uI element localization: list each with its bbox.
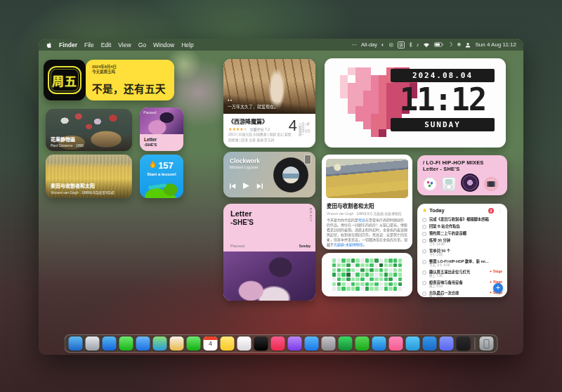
movie-widget[interactable]: ❛❛ 一万年太久了，就爱现在。 《西游降魔篇》 ★★★★★ 豆瓣评分 7.2 2… [223, 59, 315, 148]
dock-notes-icon[interactable] [221, 337, 235, 351]
contribution-cell[interactable] [341, 268, 346, 273]
contribution-cell[interactable] [393, 273, 398, 277]
contribution-cell[interactable] [355, 282, 360, 287]
contribution-cell[interactable] [370, 282, 374, 287]
contribution-cell[interactable] [355, 268, 360, 273]
contribution-cell[interactable] [337, 273, 341, 277]
reminder-checkbox[interactable] [422, 225, 426, 229]
contribution-cell[interactable] [384, 273, 388, 277]
now-playing-widget[interactable]: Clockwork Michael Logozar [223, 152, 315, 197]
contribution-cell[interactable] [384, 263, 388, 268]
audio-icon[interactable]: ♪ [417, 41, 419, 48]
contribution-cell[interactable] [360, 273, 365, 277]
more-options-icon[interactable]: ⋮ [498, 208, 502, 213]
letter-music-widget[interactable]: Letter -SHE'S Paused Sunday NO.017 [223, 204, 315, 301]
contribution-cell[interactable] [374, 287, 379, 291]
duolingo-widget[interactable]: 157 Start a lesson! [140, 155, 183, 198]
contribution-cell[interactable] [332, 268, 336, 273]
contribution-cell[interactable] [388, 282, 393, 287]
reminder-item[interactable]: 预约周二上午的录音棚 [422, 230, 502, 237]
doodle-mix-icon[interactable] [423, 177, 437, 191]
contribution-cell[interactable] [355, 287, 360, 291]
reminders-today-widget[interactable]: ★ Today 3 ⋮ 完成《麦田与收割者》视频脚本终稿回复 B 站合作私信预约… [417, 204, 507, 297]
contribution-cell[interactable] [370, 259, 374, 263]
contribution-cell[interactable] [379, 277, 384, 282]
previous-track-icon[interactable] [230, 179, 236, 192]
contribution-cell[interactable] [337, 282, 341, 287]
contribution-cell[interactable] [332, 259, 336, 263]
dock-vscode-icon[interactable] [423, 337, 437, 351]
dock-spotify-icon[interactable] [339, 337, 353, 351]
contribution-cell[interactable] [346, 263, 351, 268]
reminder-item[interactable]: 回复 B 站合作私信 [422, 223, 502, 230]
reminder-checkbox[interactable] [422, 260, 426, 264]
dock-bilibili-icon[interactable] [389, 337, 403, 351]
contribution-cell[interactable] [332, 273, 336, 277]
contribution-cell[interactable] [346, 287, 351, 291]
contribution-cell[interactable] [332, 263, 336, 268]
contribution-cell[interactable] [370, 287, 374, 291]
focus-icon[interactable]: ☽ [447, 41, 452, 48]
next-track-icon[interactable] [256, 179, 263, 192]
contribution-cell[interactable] [341, 259, 346, 263]
bluetooth-icon[interactable] [409, 41, 412, 48]
contribution-cell[interactable] [398, 277, 403, 282]
contribution-cell[interactable] [341, 273, 346, 277]
cassette-mix-icon[interactable] [484, 177, 498, 191]
menu-edit[interactable]: Edit [101, 41, 112, 48]
contribution-cell[interactable] [374, 268, 379, 273]
allday-status-label[interactable]: All-day [361, 41, 377, 48]
reminder-item[interactable]: 完成《麦田与收割者》视频脚本终稿 [422, 216, 502, 223]
contribution-cell[interactable] [398, 287, 403, 291]
contribution-cell[interactable] [360, 282, 365, 287]
contribution-cell[interactable] [360, 259, 365, 263]
contribution-cell[interactable] [384, 282, 388, 287]
contribution-cell[interactable] [351, 273, 355, 277]
contribution-cell[interactable] [393, 263, 398, 268]
contribution-cell[interactable] [365, 268, 370, 273]
contribution-cell[interactable] [337, 268, 341, 273]
dock-mail-icon[interactable] [136, 337, 150, 351]
dock-tv-icon[interactable] [254, 337, 268, 351]
contribution-cell[interactable] [341, 282, 346, 287]
contribution-cell[interactable] [379, 273, 384, 277]
reminder-item[interactable]: 乐队最后一次合排晚上 9:00✦ Stage [422, 289, 502, 297]
contribution-cell[interactable] [346, 268, 351, 273]
dock-qq-icon[interactable] [372, 337, 386, 351]
contribution-cell[interactable] [370, 277, 374, 282]
contribution-cell[interactable] [365, 282, 370, 287]
contribution-cell[interactable] [393, 268, 398, 273]
dock-telegram-icon[interactable] [406, 337, 420, 351]
contribution-cell[interactable] [351, 263, 355, 268]
contribution-cell[interactable] [388, 287, 393, 291]
contribution-cell[interactable] [374, 259, 379, 263]
contribution-cell[interactable] [337, 287, 341, 291]
dock-discord-icon[interactable] [440, 337, 454, 351]
reminder-item[interactable]: 确认周五演出走位与灯光晚上 7:30✦ Stage [422, 268, 502, 279]
contribution-cell[interactable] [384, 268, 388, 273]
menu-finder[interactable]: Finder [59, 41, 77, 48]
contribution-cell[interactable] [370, 268, 374, 273]
reminder-checkbox[interactable] [422, 249, 426, 254]
contribution-cell[interactable] [388, 273, 393, 277]
contribution-cell[interactable] [370, 273, 374, 277]
reminder-item[interactable]: 检查音响与备用设备晚上 8:00✦ Stage [422, 279, 502, 289]
contribution-cell[interactable] [341, 277, 346, 282]
menu-window[interactable]: Window [153, 41, 174, 48]
contribution-cell[interactable] [346, 273, 351, 277]
contribution-cell[interactable] [351, 259, 355, 263]
article-link[interactable]: 梵高 [358, 218, 365, 222]
contribution-cell[interactable] [351, 282, 355, 287]
add-reminder-button[interactable]: + [493, 283, 503, 293]
contribution-cell[interactable] [365, 277, 370, 282]
contribution-cell[interactable] [355, 273, 360, 277]
dock-calendar-icon[interactable]: 4 [204, 337, 218, 351]
contribution-cell[interactable] [341, 287, 346, 291]
artwork-article-widget[interactable]: 麦田与收割者和太阳 Vincent van Gogh · 1889年6月 克勒勒… [322, 155, 412, 249]
contribution-cell[interactable] [393, 259, 398, 263]
contribution-cell[interactable] [355, 263, 360, 268]
contribution-cell[interactable] [379, 287, 384, 291]
cezanne-painting-widget[interactable]: 花果静物画 Paul Cézanne · 1890 [46, 109, 132, 151]
reminder-item[interactable]: 背单词 50 个下午 2:00 [422, 247, 502, 258]
dock-maps-icon[interactable] [153, 337, 167, 351]
